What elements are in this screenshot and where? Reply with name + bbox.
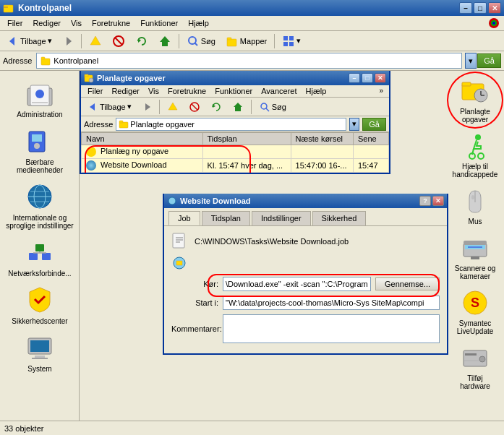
home-button[interactable] [154,33,176,50]
go-button[interactable]: Gå [477,53,501,68]
address-field[interactable]: Kontrolpanel [36,53,462,69]
tab-sikkerhed[interactable]: Sikkerhed [312,211,367,225]
sidebar-item-media[interactable]: Bærbare medieenheder [4,122,76,178]
p-refresh-btn[interactable] [206,99,226,115]
sidebar-item-administration[interactable]: Administration [4,74,76,122]
right-icon-mus[interactable]: Mus [450,184,500,228]
svg-point-63 [479,356,485,362]
planlagte-maximize[interactable]: □ [362,73,373,83]
svg-marker-68 [90,103,95,111]
right-icon-scanner[interactable]: Scannere og kameraer [450,231,500,283]
address-dropdown[interactable]: ▾ [465,53,477,69]
p-go-button[interactable]: Gå [362,118,386,131]
p-back-button[interactable]: Tilbage ▾ [84,100,136,114]
right-icon-handicap[interactable]: Hjælp til handicappede [450,129,500,181]
col-sene[interactable]: Sene [353,133,388,145]
svg-marker-69 [145,103,150,111]
right-label-planlagte: Planlagte opgaver [452,108,498,124]
back-button[interactable]: Tilbage ▾ [3,33,56,49]
maximize-button[interactable]: □ [474,2,487,14]
tab-job[interactable]: Job [168,211,200,225]
menu-vis[interactable]: Vis [67,17,86,29]
svg-marker-7 [90,36,101,45]
sidebar-item-system[interactable]: System [4,329,76,376]
pmenu-rediger[interactable]: Rediger [108,86,143,96]
pmenu-hjaelp[interactable]: Hjælp [302,86,330,96]
views-button[interactable]: ▾ [278,33,305,50]
up-button[interactable] [85,33,106,50]
p-stop-btn[interactable] [184,99,205,115]
dialog-help[interactable]: ? [419,196,431,206]
menu-rediger[interactable]: Rediger [28,17,65,29]
planlagte-window-icon [84,73,94,83]
outer-toolbar: Tilbage ▾ Søg Mapper ▾ [0,31,504,51]
back-dropdown[interactable]: ▾ [48,36,52,46]
row1-schedule [202,145,291,159]
minimize-button[interactable]: – [459,2,472,14]
pmenu-avanceret[interactable]: Avanceret [257,86,300,96]
p-address-value: Planlagte opgaver [130,120,195,129]
menu-foretrukne[interactable]: Foretrukne [87,17,134,29]
svg-rect-1 [4,7,8,8]
p-forward-button[interactable] [137,100,156,114]
folders-button[interactable]: Mapper [221,33,271,50]
status-icon [171,255,187,272]
row2-next: 15:47:00 16-... [291,159,353,173]
startdir-input[interactable] [223,296,440,310]
shield-icon [25,285,55,315]
title-bar: Kontrolpanel – □ ✕ [0,0,504,16]
refresh-button[interactable] [131,33,153,50]
right-icon-symantec[interactable]: S Symantec LiveUpdate [450,286,500,337]
table-row[interactable]: Website Download Kl. 15:47 hver dag, ...… [82,159,389,173]
tab-indstillinger[interactable]: Indstillinger [252,211,311,225]
col-tidsplan[interactable]: Tidsplan [202,133,291,145]
svg-rect-41 [30,340,49,352]
sidebar-item-network[interactable]: Netværksforbinde... [4,233,76,281]
svg-line-13 [195,43,197,46]
p-home-btn[interactable] [228,99,248,115]
menu-hjaelp[interactable]: Hjælp [184,17,213,29]
p-back-dropdown[interactable]: ▾ [127,102,132,111]
svg-rect-62 [465,353,477,356]
wheelchair-icon [461,132,490,160]
stop-button[interactable] [108,33,129,50]
p-address-field[interactable]: Planlagte opgaver [116,118,346,131]
sidebar-label-network: Netværksforbinde... [8,270,71,277]
col-naeste[interactable]: Næste kørsel [291,133,353,145]
svg-point-75 [261,103,267,109]
run-input[interactable] [223,277,371,291]
planlagte-close[interactable]: ✕ [375,73,386,83]
col-navn[interactable]: Navn [82,133,203,145]
title-bar-buttons: – □ ✕ [459,2,501,14]
views-dropdown[interactable]: ▾ [296,36,301,46]
p-address-dropdown[interactable]: ▾ [349,118,359,131]
right-icon-hardware[interactable]: Tilføj hardware [450,341,500,392]
p-up-icon [167,101,179,113]
menu-funktioner[interactable]: Funktioner [136,17,182,29]
close-button[interactable]: ✕ [488,2,501,14]
right-icon-planlagte[interactable]: Planlagte opgaver [450,74,500,126]
pmenu-filer[interactable]: Filer [84,86,106,96]
table-row[interactable]: Planlæg ny opgave [82,145,389,159]
sidebar-item-security[interactable]: Sikkerhedscenter [4,281,76,329]
pmenu-funktioner[interactable]: Funktioner [211,86,256,96]
search-button[interactable]: Søg [182,33,220,50]
pmenu-vis[interactable]: Vis [145,86,163,96]
right-label-scanner: Scannere og kameraer [452,264,498,280]
menu-filer[interactable]: Filer [3,17,27,29]
sidebar-item-international[interactable]: Internationale og sproglige indstillinge… [4,178,76,233]
views-icon [282,35,295,48]
p-up-btn[interactable] [163,99,183,115]
tab-tidsplan[interactable]: Tidsplan [202,211,250,225]
p-search-button[interactable]: Søg [255,99,291,115]
dialog-close[interactable]: ✕ [432,196,444,206]
p-stop-icon [189,101,200,113]
svg-rect-80 [173,233,184,248]
pmenu-overflow[interactable]: » [376,86,386,96]
browse-button[interactable]: Gennemse... [375,277,440,290]
forward-button[interactable] [58,33,78,49]
comments-input[interactable] [223,314,440,343]
pmenu-foretrukne[interactable]: Foretrukne [164,86,210,96]
svg-rect-43 [32,358,48,359]
planlagte-minimize[interactable]: – [349,73,360,83]
